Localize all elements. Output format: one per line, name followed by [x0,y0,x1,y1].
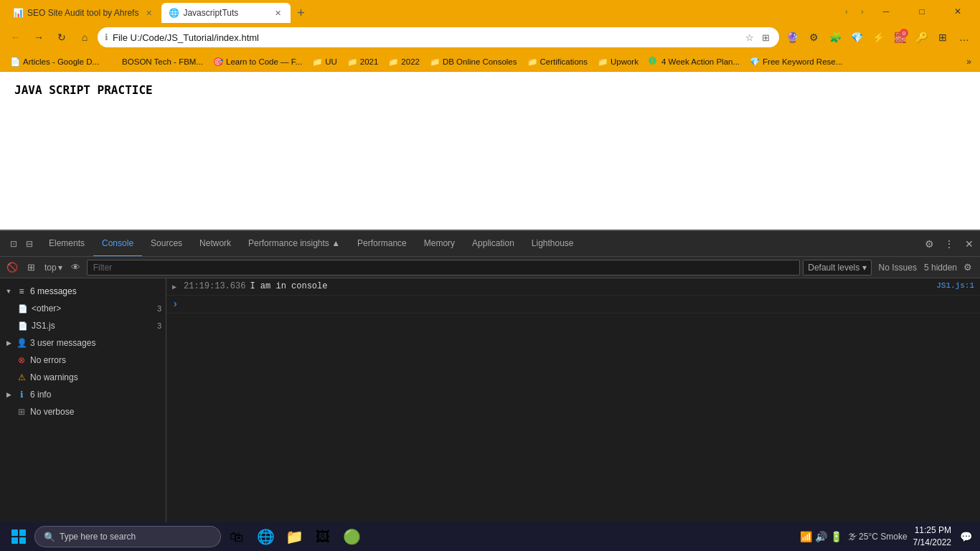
tab-seo-label: SEO Site Audit tool by Ahrefs [27,8,138,18]
bookmark-cert[interactable]: 📁 Certifications [523,54,592,70]
collection-icon[interactable]: ⊞ [759,31,772,44]
bookmark-4week-icon: 🅢 [649,57,659,67]
tab-scroll-left[interactable]: ‹ [839,1,854,22]
reload-button[interactable]: ↻ [52,27,72,47]
devtools-settings-icon[interactable]: ⚙ [921,236,937,252]
console-clear-button[interactable]: 🚫 [4,260,20,276]
bookmark-free-icon: 💎 [750,57,760,67]
bookmark-boson-icon: 🅱 [109,57,119,67]
logo-sq-2 [19,529,26,536]
hidden-count-label: 5 hidden [924,263,957,273]
browser-menu-button[interactable]: … [954,27,974,47]
sidebar-6-info[interactable]: ▶ ℹ 6 info [0,386,166,403]
extension1-icon[interactable]: ⚙ [804,27,824,47]
extension3-icon[interactable]: 💎 [847,27,867,47]
taskbar-store[interactable]: 🛍 [224,524,250,550]
explorer-icon: 📁 [286,528,303,545]
tab-js[interactable]: 🌐 JavascriptTuts ✕ [161,3,291,23]
console-level-select[interactable]: Default levels ▾ [803,260,871,276]
extension6-icon[interactable]: 🔑 [911,27,931,47]
extension4-icon[interactable]: ⚡ [868,27,888,47]
store-icon: 🛍 [230,529,244,545]
sidebar-no-errors[interactable]: ⊗ No errors [0,352,166,369]
entry-chevron-icon: ▶ [172,281,182,291]
console-eye-icon[interactable]: 👁 [68,260,84,276]
tab-network[interactable]: Network [191,231,240,257]
bookmark-articles[interactable]: 📄 Articles - Google D... [6,54,103,70]
entry-file-link[interactable]: JS1.js:1 [936,281,974,290]
star-icon[interactable]: ☆ [743,31,756,44]
extensions-button[interactable]: ⊞ [933,27,953,47]
home-button[interactable]: ⌂ [75,27,95,47]
bookmark-db[interactable]: 📁 DB Online Consoles [425,54,522,70]
devtools-close-icon[interactable]: ✕ [961,236,977,252]
tab-js-close[interactable]: ✕ [272,7,283,19]
extension5-icon[interactable]: 🧱 0 [890,27,910,47]
bookmark-2021[interactable]: 📁 2021 [343,54,383,70]
maximize-button[interactable]: □ [905,0,938,23]
tab-seo-close[interactable]: ✕ [143,7,154,19]
close-button[interactable]: ✕ [941,0,974,23]
console-prompt-line[interactable]: › [166,296,980,314]
taskbar-clock[interactable]: 11:25 PM 7/14/2022 [913,524,951,549]
bookmark-learn[interactable]: 🎯 Learn to Code — F... [209,54,306,70]
taskbar-photos[interactable]: 🖼 [310,524,336,550]
tab-performance-insights[interactable]: Performance insights ▲ [240,231,349,257]
sidebar-no-warnings[interactable]: ⚠ No warnings [0,369,166,386]
bookmark-4week[interactable]: 🅢 4 Week Action Plan... [644,54,744,70]
taskbar-edge[interactable]: 🌐 [253,524,278,550]
console-filter-input[interactable] [87,260,801,276]
bookmark-4week-label: 4 Week Action Plan... [661,57,740,66]
forward-button[interactable]: → [29,27,49,47]
console-filter-toggle[interactable]: ⊞ [23,260,39,276]
bookmark-uu[interactable]: 📁 UU [308,54,341,70]
tab-sources[interactable]: Sources [142,231,191,257]
sidebar-all-messages[interactable]: ▼ ≡ 6 messages [0,283,166,300]
no-errors-toggle-icon [4,356,13,364]
devtools-console-toolbar: 🚫 ⊞ top ▾ 👁 Default levels ▾ No Issues 5… [0,257,980,278]
start-button[interactable] [6,524,32,550]
tab-elements[interactable]: Elements [40,231,93,257]
battery-icon[interactable]: 🔋 [830,531,842,542]
default-levels-label: Default levels ▾ [808,263,866,273]
new-tab-button[interactable]: + [291,3,311,23]
sidebar-no-verbose[interactable]: ⊞ No verbose [0,403,166,420]
tab-memory[interactable]: Memory [415,231,463,257]
inspect-element-icon[interactable]: ⊡ [7,237,20,250]
extension2-icon[interactable]: 🧩 [825,27,845,47]
devtools-more-icon[interactable]: ⋮ [941,236,957,252]
notification-button[interactable]: 💬 [957,528,974,545]
tab-lighthouse[interactable]: Lighthouse [523,231,583,257]
logo-sq-4 [19,537,26,544]
tab-scroll-right[interactable]: › [855,1,870,22]
bookmark-2021-label: 2021 [360,57,379,66]
back-button[interactable]: ← [6,27,26,47]
tab-seo[interactable]: 📊 SEO Site Audit tool by Ahrefs ✕ [6,3,161,23]
tab-application[interactable]: Application [463,231,523,257]
taskbar-chrome[interactable]: 🟢 [339,524,364,550]
bookmark-free[interactable]: 💎 Free Keyword Rese... [745,54,847,70]
sidebar-other[interactable]: 📄 <other> 3 [0,300,166,317]
bookmark-2022[interactable]: 📁 2022 [384,54,424,70]
tab-performance[interactable]: Performance [349,231,415,257]
no-issues-button[interactable]: No Issues [875,261,921,274]
system-tray: 📶 🔊 🔋 [800,531,842,542]
device-toolbar-icon[interactable]: ⊟ [23,237,36,250]
taskbar-search[interactable]: 🔍 Type here to search [34,526,221,547]
taskbar-explorer[interactable]: 📁 [281,524,307,550]
tab-console[interactable]: Console [93,231,142,257]
bookmark-upwork[interactable]: 📁 Upwork [593,54,643,70]
sidebar-user-messages[interactable]: ▶ 👤 3 user messages [0,334,166,352]
bookmark-boson[interactable]: 🅱 BOSON Tech - FBM... [105,54,207,70]
profile-icon[interactable]: 🔮 [782,27,802,47]
sidebar-js1[interactable]: 📄 JS1.js 3 [0,317,166,334]
minimize-button[interactable]: ─ [870,0,903,23]
page-content: JAVA SCRIPT PRACTICE [0,72,980,230]
volume-icon[interactable]: 🔊 [815,531,827,542]
address-input-box[interactable]: ℹ File U:/Code/JS_Tutorial/index.html ☆ … [98,27,779,47]
network-icon[interactable]: 📶 [800,531,812,542]
user-messages-label: 3 user messages [30,338,161,348]
console-context-select[interactable]: top ▾ [42,261,65,274]
bookmarks-more-button[interactable]: » [963,55,974,68]
console-settings-icon[interactable]: ⚙ [960,260,976,276]
